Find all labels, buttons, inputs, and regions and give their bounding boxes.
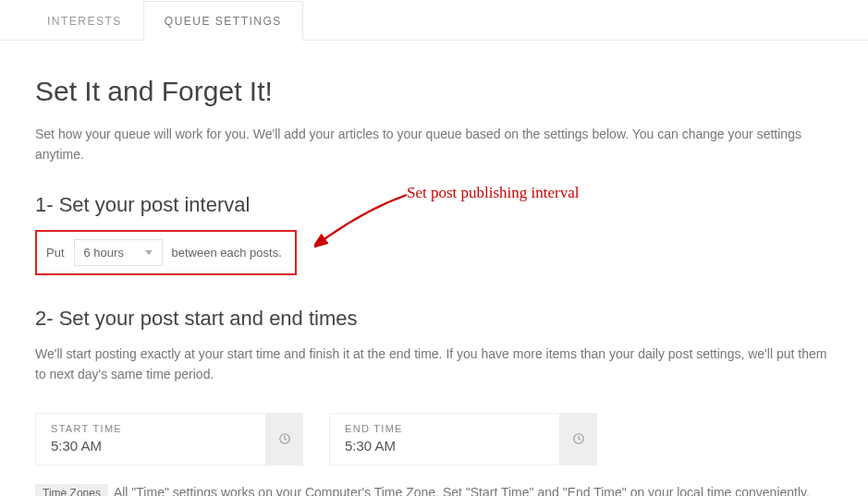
end-time-value: 5:30 AM — [345, 438, 544, 454]
start-time-label: START TIME — [51, 423, 251, 434]
start-time-input[interactable]: START TIME 5:30 AM — [35, 413, 266, 466]
timezone-text: All "Time" settings works on your Comput… — [35, 485, 810, 496]
page-intro: Set how your queue will work for you. We… — [35, 124, 833, 165]
interval-selected-value: 6 hours — [84, 246, 124, 260]
clock-icon — [278, 432, 291, 445]
start-time-value: 5:30 AM — [51, 438, 251, 454]
interval-prefix-label: Put — [46, 246, 65, 260]
content-area: Set It and Forget It! Set how your queue… — [0, 41, 868, 496]
tab-bar: INTERESTS QUEUE SETTINGS — [0, 0, 868, 41]
section-times-desc: We'll start posting exactly at your star… — [35, 344, 833, 385]
start-time-picker-button[interactable] — [266, 413, 303, 466]
timezone-badge: Time Zones — [35, 484, 108, 496]
start-time-field: START TIME 5:30 AM — [35, 413, 303, 466]
chevron-down-icon — [145, 250, 153, 255]
section-times-heading: 2- Set your post start and end times — [35, 307, 833, 331]
interval-select[interactable]: 6 hours — [74, 239, 163, 266]
end-time-label: END TIME — [345, 423, 544, 434]
end-time-field: END TIME 5:30 AM — [329, 413, 597, 466]
end-time-picker-button[interactable] — [560, 413, 597, 466]
interval-control-row: Put 6 hours between each posts. Set post… — [35, 230, 297, 275]
page-title: Set It and Forget It! — [35, 76, 833, 107]
clock-icon — [572, 432, 585, 445]
interval-suffix-label: between each posts. — [172, 246, 282, 260]
tab-queue-settings[interactable]: QUEUE SETTINGS — [143, 1, 303, 41]
section-interval-heading: 1- Set your post interval — [35, 193, 833, 217]
tab-interests[interactable]: INTERESTS — [26, 1, 143, 41]
timezone-note: Time ZonesAll "Time" settings works on y… — [35, 482, 833, 496]
time-fields-row: START TIME 5:30 AM END TIME 5:30 AM — [35, 413, 833, 466]
end-time-input[interactable]: END TIME 5:30 AM — [329, 413, 560, 466]
